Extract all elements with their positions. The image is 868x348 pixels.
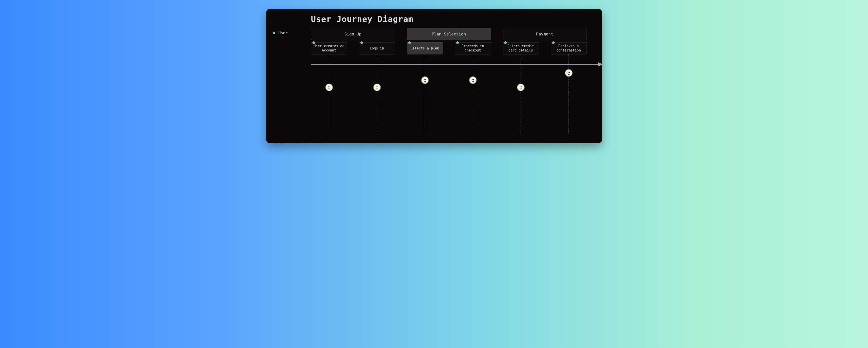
timeline-axis: [311, 64, 602, 65]
mood-face-icon: [373, 83, 381, 91]
mood-face-icon: [565, 69, 572, 77]
actor-dot-icon: [504, 41, 507, 44]
actor-dot-icon: [408, 41, 411, 44]
actor-dot-icon: [312, 41, 315, 44]
task-box: Recieves a confirmation: [551, 42, 587, 55]
legend: User: [273, 31, 288, 35]
task-guideline: [521, 55, 521, 134]
task-label: User creates an Account: [313, 44, 345, 53]
task-guideline: [473, 55, 473, 134]
task-label: Logs in: [370, 46, 384, 50]
task-guideline: [329, 55, 329, 134]
section-box: Plan Selection: [407, 28, 491, 40]
mood-face-icon: [325, 83, 333, 91]
section-label: Payment: [536, 32, 553, 36]
task-guideline: [377, 55, 377, 134]
task-box: Enters credit card details: [503, 42, 539, 55]
sections-row: Sign UpPlan SelectionPayment: [311, 28, 587, 40]
task-label: Proceeds to checkout: [457, 44, 489, 53]
mood-face-icon: [421, 76, 429, 84]
journey-diagram: Sign UpPlan SelectionPayment User create…: [311, 28, 598, 134]
task-box: Logs in: [359, 42, 395, 55]
legend-label: User: [278, 31, 288, 35]
section-label: Plan Selection: [432, 32, 466, 36]
section-box: Payment: [503, 28, 587, 40]
task-label: Selects a plan: [410, 46, 439, 50]
task-box: Selects a plan: [407, 42, 443, 55]
mood-face-icon: [469, 76, 477, 84]
legend-dot-icon: [273, 32, 275, 34]
diagram-title: User Journey Diagram: [311, 14, 596, 24]
diagram-panel: User Journey Diagram User Sign UpPlan Se…: [266, 9, 602, 143]
actor-dot-icon: [456, 41, 459, 44]
task-label: Enters credit card details: [505, 44, 536, 53]
task-box: Proceeds to checkout: [455, 42, 491, 55]
task-label: Recieves a confirmation: [553, 44, 584, 53]
actor-dot-icon: [552, 41, 555, 44]
section-label: Sign Up: [344, 32, 362, 36]
mood-face-icon: [517, 83, 525, 91]
task-guideline: [425, 55, 425, 134]
actor-dot-icon: [360, 41, 363, 44]
task-guideline: [568, 55, 569, 134]
section-box: Sign Up: [311, 28, 395, 40]
task-box: User creates an Account: [311, 42, 347, 55]
